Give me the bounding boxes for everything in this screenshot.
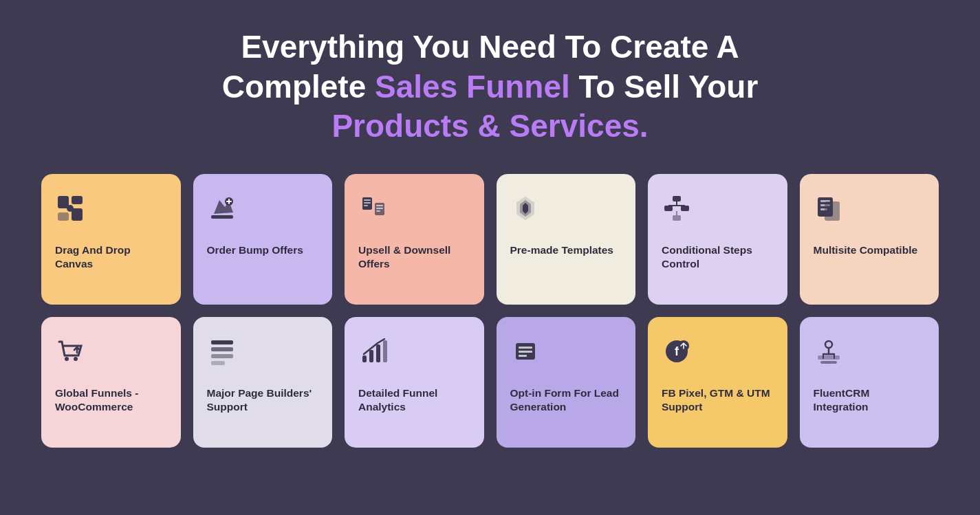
svg-rect-2: [72, 208, 83, 221]
feature-card-order-bump: Order Bump Offers: [193, 174, 333, 305]
feature-card-drag-drop: Drag And Drop Canvas: [41, 174, 181, 305]
feature-card-optin-form: Opt-in Form For Lead Generation: [497, 317, 636, 448]
conditional-steps-icon: [662, 193, 692, 230]
conditional-steps-label: Conditional Steps Control: [662, 243, 774, 271]
svg-point-45: [825, 341, 832, 348]
svg-rect-33: [211, 361, 225, 365]
svg-rect-47: [820, 361, 837, 364]
svg-rect-46: [818, 355, 840, 360]
svg-point-4: [67, 205, 74, 212]
premade-templates-icon: [510, 193, 541, 230]
order-bump-icon: [207, 193, 237, 230]
feature-card-conditional-steps: Conditional Steps Control: [648, 174, 787, 305]
svg-rect-39: [519, 347, 532, 349]
heading-sales-funnel: Sales Funnel: [375, 69, 570, 105]
upsell-downsell-icon: [358, 193, 389, 230]
svg-rect-0: [58, 196, 69, 208]
drag-drop-label: Drag And Drop Canvas: [55, 243, 167, 271]
svg-rect-13: [376, 208, 383, 209]
svg-rect-8: [364, 199, 371, 201]
upsell-downsell-label: Upsell & Downsell Offers: [358, 243, 470, 271]
svg-rect-16: [664, 206, 673, 211]
heading-line2-before: Complete: [222, 69, 375, 105]
optin-form-icon: [510, 336, 541, 373]
svg-rect-27: [825, 201, 840, 221]
svg-rect-31: [211, 347, 233, 351]
svg-rect-5: [211, 215, 233, 219]
svg-rect-10: [364, 205, 368, 206]
page-builders-label: Major Page Builders' Support: [207, 386, 319, 414]
svg-rect-14: [376, 210, 380, 212]
feature-card-fb-pixel: fFB Pixel, GTM & UTM Support: [648, 317, 787, 448]
svg-rect-17: [681, 206, 689, 211]
multisite-label: Multisite Compatible: [814, 243, 918, 257]
svg-rect-34: [362, 355, 367, 362]
feature-card-premade-templates: Pre-made Templates: [497, 174, 636, 305]
fb-pixel-icon: f: [662, 336, 692, 373]
svg-rect-18: [673, 215, 681, 221]
svg-point-29: [74, 357, 78, 361]
order-bump-label: Order Bump Offers: [207, 243, 303, 257]
feature-card-global-funnels: Global Funnels - WooCommerce: [41, 317, 181, 448]
svg-rect-3: [58, 212, 69, 221]
features-grid: Drag And Drop CanvasOrder Bump OffersUps…: [41, 174, 939, 448]
funnel-analytics-label: Detailed Funnel Analytics: [358, 386, 470, 414]
fluentcrm-icon: [814, 336, 844, 373]
svg-rect-32: [211, 354, 233, 358]
svg-rect-40: [519, 351, 532, 353]
feature-card-funnel-analytics: Detailed Funnel Analytics: [345, 317, 484, 448]
premade-templates-label: Pre-made Templates: [510, 243, 613, 257]
svg-point-28: [65, 357, 69, 361]
svg-rect-30: [211, 340, 233, 344]
svg-rect-15: [673, 196, 681, 201]
fluentcrm-label: FluentCRM Integration: [814, 386, 926, 414]
funnel-analytics-icon: [358, 336, 389, 373]
svg-rect-41: [519, 355, 527, 357]
heading-line3: Products & Services.: [222, 107, 759, 146]
svg-rect-36: [376, 344, 380, 362]
drag-drop-icon: [55, 193, 85, 230]
feature-card-fluentcrm: FluentCRM Integration: [800, 317, 939, 448]
svg-rect-12: [376, 205, 383, 206]
svg-rect-35: [369, 350, 373, 362]
svg-rect-37: [383, 340, 387, 362]
feature-card-upsell-downsell: Upsell & Downsell Offers: [345, 174, 484, 305]
feature-card-multisite: Multisite Compatible: [800, 174, 939, 305]
global-funnels-label: Global Funnels - WooCommerce: [55, 386, 167, 414]
svg-rect-1: [72, 196, 83, 204]
feature-card-page-builders: Major Page Builders' Support: [193, 317, 333, 448]
global-funnels-icon: [55, 336, 85, 373]
multisite-icon: [814, 193, 844, 230]
heading-line2: Complete Sales Funnel To Sell Your: [222, 67, 759, 107]
svg-rect-9: [364, 202, 371, 204]
heading-line1: Everything You Need To Create A: [222, 28, 759, 67]
page-heading: Everything You Need To Create A Complete…: [222, 28, 759, 146]
fb-pixel-label: FB Pixel, GTM & UTM Support: [662, 386, 774, 414]
optin-form-label: Opt-in Form For Lead Generation: [510, 386, 622, 414]
page-builders-icon: [207, 336, 237, 373]
heading-line2-after: To Sell Your: [570, 69, 758, 105]
